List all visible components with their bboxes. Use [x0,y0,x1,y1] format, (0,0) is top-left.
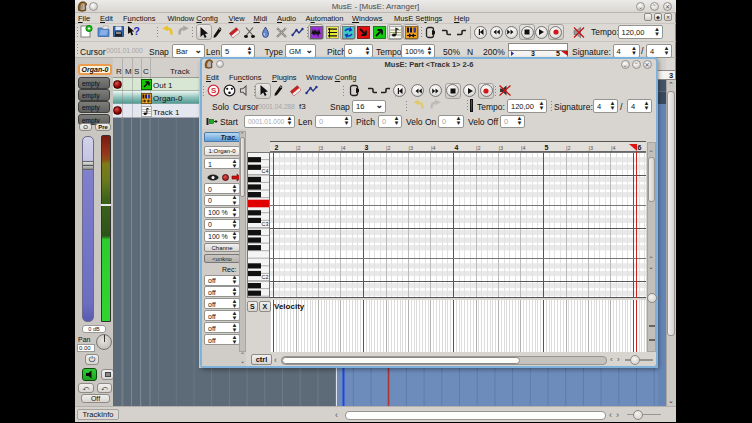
svg-text:C3: C3 [262,221,269,227]
svg-text:C2: C2 [262,274,269,280]
svg-text:4: 4 [455,144,459,151]
svg-text:|4: |4 [521,145,526,151]
svg-text:|2: |2 [566,145,571,151]
svg-text:|3: |3 [319,145,324,151]
svg-text:|3: |3 [589,145,594,151]
svg-text:?: ? [133,25,140,37]
svg-text:3: 3 [365,144,369,151]
svg-text:|4: |4 [431,145,436,151]
svg-text:6: 6 [638,144,642,151]
svg-text:C4: C4 [262,168,269,174]
svg-text:|2: |2 [476,145,481,151]
svg-text:5: 5 [545,144,549,151]
svg-text:|3: |3 [499,145,504,151]
svg-text:|2: |2 [296,145,301,151]
svg-text:S: S [210,86,216,95]
svg-text:|3: |3 [409,145,414,151]
svg-text:|4: |4 [611,145,616,151]
svg-text:|2: |2 [386,145,391,151]
svg-text:|4: |4 [341,145,346,151]
svg-text:2: 2 [275,144,279,151]
